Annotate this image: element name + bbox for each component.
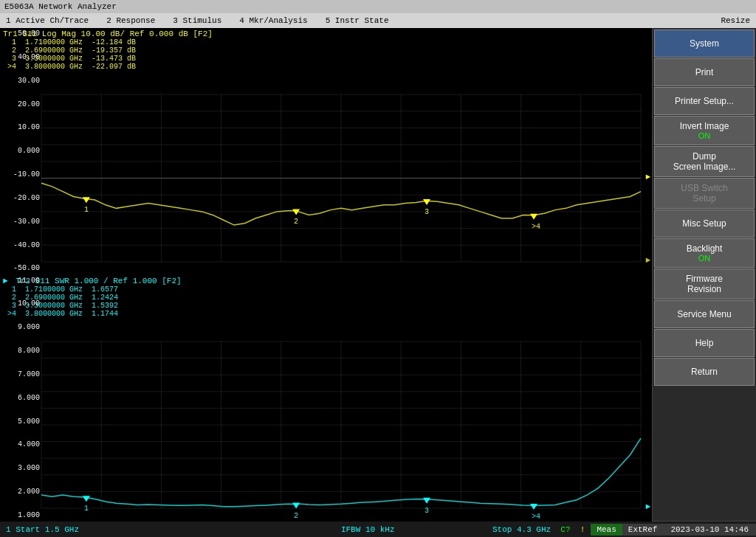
- status-datetime: 2023-03-10 14:46: [663, 524, 756, 536]
- app-title: E5063A Network Analyzer: [4, 2, 117, 11]
- system-button[interactable]: System: [654, 30, 755, 58]
- firmware-revision-button[interactable]: FirmwareRevision: [654, 268, 755, 299]
- status-indicator: C?: [560, 525, 570, 534]
- resize-button[interactable]: Resize: [718, 15, 753, 26]
- return-button[interactable]: Return: [654, 358, 755, 386]
- print-button[interactable]: Print: [654, 58, 755, 86]
- title-bar: E5063A Network Analyzer: [0, 0, 756, 13]
- backlight-button[interactable]: Backlight ON: [654, 238, 755, 268]
- status-warning: !: [580, 525, 585, 534]
- status-start-freq: 1 Start 1.5 GHz: [0, 525, 249, 534]
- right-panel: System Print Printer Setup... Invert Ima…: [653, 28, 756, 521]
- dump-screen-button[interactable]: DumpScreen Image...: [654, 146, 755, 177]
- menu-stimulus[interactable]: 3 Stimulus: [170, 15, 224, 26]
- printer-setup-button[interactable]: Printer Setup...: [654, 87, 755, 115]
- status-ifbw: IFBW 10 kHz: [249, 525, 486, 534]
- service-menu-button[interactable]: Service Menu: [654, 300, 755, 328]
- bottom-chart: ► Tr2 S11 SWR 1.000 / Ref 1.000 [F2] 1 1…: [0, 275, 652, 522]
- menu-instr[interactable]: 5 Instr State: [323, 15, 392, 26]
- status-stop-freq: Stop 4.3 GHz C? !: [487, 525, 591, 534]
- misc-setup-button[interactable]: Misc Setup: [654, 209, 755, 238]
- status-meas-button[interactable]: Meas: [591, 524, 622, 536]
- status-extref: ExtRef: [622, 524, 664, 536]
- usb-switch-button[interactable]: USB SwitchSetup: [654, 178, 755, 209]
- status-bar: 1 Start 1.5 GHz IFBW 10 kHz Stop 4.3 GHz…: [0, 521, 756, 537]
- invert-image-button[interactable]: Invert Image ON: [654, 116, 755, 145]
- help-button[interactable]: Help: [654, 329, 755, 357]
- chart-area: Tr1 S11 Log Mag 10.00 dB/ Ref 0.000 dB […: [0, 28, 653, 521]
- main-layout: Tr1 S11 Log Mag 10.00 dB/ Ref 0.000 dB […: [0, 28, 756, 521]
- menu-mkr[interactable]: 4 Mkr/Analysis: [236, 15, 310, 26]
- menu-response[interactable]: 2 Response: [103, 15, 158, 26]
- menu-bar: 1 Active Ch/Trace 2 Response 3 Stimulus …: [0, 13, 756, 28]
- top-chart: Tr1 S11 Log Mag 10.00 dB/ Ref 0.000 dB […: [0, 28, 652, 275]
- menu-active-ch[interactable]: 1 Active Ch/Trace: [3, 15, 92, 26]
